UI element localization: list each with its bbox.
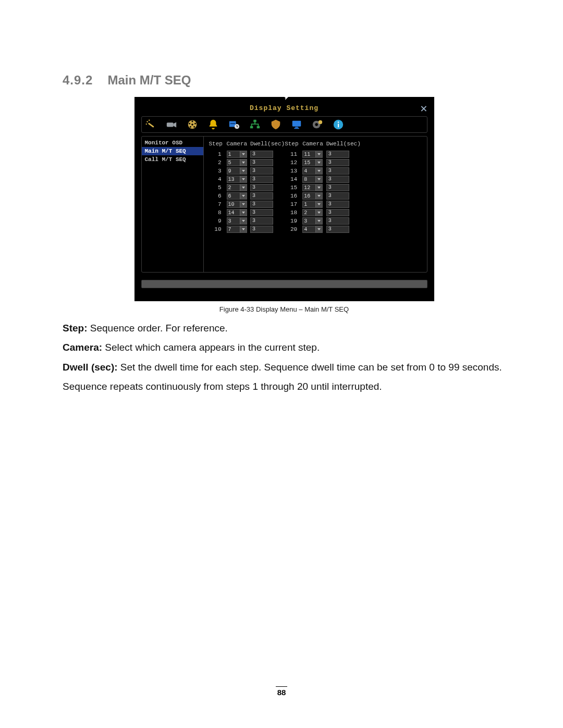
dwell-input[interactable]: 3: [250, 151, 273, 158]
network-icon[interactable]: [249, 119, 261, 130]
step-number: 16: [285, 193, 299, 199]
dwell-input[interactable]: 3: [326, 209, 349, 216]
camera-value: 15: [303, 160, 315, 166]
chevron-down-icon[interactable]: [240, 151, 247, 157]
schedule-icon[interactable]: [228, 119, 240, 130]
dwell-input[interactable]: 3: [326, 201, 349, 208]
svg-rect-14: [230, 123, 235, 124]
dvr-scrollbar[interactable]: [141, 280, 427, 288]
svg-rect-18: [256, 126, 260, 129]
camera-value: 12: [303, 185, 315, 191]
dwell-input[interactable]: 3: [326, 192, 349, 200]
svg-point-2: [145, 124, 146, 125]
dwell-input[interactable]: 3: [326, 151, 349, 158]
close-icon[interactable]: ✕: [420, 102, 427, 116]
chevron-down-icon[interactable]: [315, 226, 322, 232]
dwell-input[interactable]: 3: [250, 201, 273, 208]
chevron-down-icon[interactable]: [315, 201, 322, 207]
reel-icon[interactable]: [187, 119, 198, 130]
dwell-input[interactable]: 3: [326, 159, 349, 166]
camera-value: 2: [227, 185, 240, 191]
chevron-down-icon[interactable]: [315, 209, 322, 216]
sidebar-item-main-mt-seq[interactable]: Main M/T SEQ: [142, 147, 203, 155]
chevron-down-icon[interactable]: [315, 159, 322, 166]
step-number: 20: [285, 226, 299, 232]
camera-select[interactable]: 3: [227, 217, 247, 225]
step-number: 12: [285, 159, 299, 166]
dwell-input[interactable]: 3: [326, 226, 349, 233]
camera-select[interactable]: 10: [227, 201, 247, 208]
dwell-input[interactable]: 3: [250, 192, 273, 200]
chevron-down-icon[interactable]: [315, 176, 322, 182]
dwell-input[interactable]: 3: [250, 167, 273, 175]
camera-select[interactable]: 9: [227, 167, 247, 175]
seq-row: 41331483: [209, 175, 364, 183]
camera-select[interactable]: 12: [302, 184, 323, 191]
dwell-input[interactable]: 3: [326, 217, 349, 225]
chevron-down-icon[interactable]: [315, 151, 322, 157]
chevron-down-icon[interactable]: [315, 218, 322, 224]
chevron-down-icon[interactable]: [315, 168, 322, 174]
camera-select[interactable]: 4: [302, 226, 323, 233]
dwell-input[interactable]: 3: [250, 209, 273, 216]
camera-select[interactable]: 1: [302, 201, 323, 208]
col-dwell2: Dwell(sec): [326, 141, 364, 150]
chevron-down-icon[interactable]: [240, 168, 247, 174]
chevron-down-icon[interactable]: [240, 218, 247, 224]
camera-icon[interactable]: [166, 119, 177, 130]
info-icon[interactable]: [333, 119, 344, 130]
dwell-input[interactable]: 3: [250, 184, 273, 191]
dwell-input[interactable]: 3: [326, 184, 349, 191]
seq-row: 9331933: [209, 217, 364, 225]
dwell-input[interactable]: 3: [326, 167, 349, 175]
dwell-input[interactable]: 3: [250, 217, 273, 225]
step-number: 9: [209, 218, 224, 224]
camera-select[interactable]: 6: [227, 192, 247, 200]
dwell-input[interactable]: 3: [250, 226, 273, 233]
dwell-input[interactable]: 3: [326, 176, 349, 183]
camera-select[interactable]: 4: [302, 167, 323, 175]
chevron-down-icon[interactable]: [240, 176, 247, 182]
alarm-badge-icon[interactable]: [270, 119, 282, 130]
chevron-down-icon[interactable]: [315, 184, 322, 191]
camera-value: 4: [303, 168, 315, 174]
camera-select[interactable]: 13: [227, 176, 247, 183]
dwell-input[interactable]: 3: [250, 159, 273, 166]
camera-select[interactable]: 15: [302, 159, 323, 166]
wand-icon[interactable]: [145, 119, 156, 130]
monitor-icon[interactable]: [291, 119, 302, 130]
camera-select[interactable]: 16: [302, 192, 323, 200]
svg-rect-19: [292, 121, 301, 127]
text-repeat: Sequence repeats continuously from steps…: [63, 381, 382, 392]
chevron-down-icon[interactable]: [240, 159, 247, 166]
sidebar-item-call-mt-seq[interactable]: Call M/T SEQ: [142, 155, 203, 164]
svg-point-27: [337, 121, 339, 123]
camera-select[interactable]: 11: [302, 151, 323, 158]
svg-point-8: [191, 121, 193, 122]
camera-select[interactable]: 1: [227, 151, 247, 158]
settings-icon[interactable]: [312, 119, 323, 130]
chevron-down-icon[interactable]: [240, 184, 247, 191]
camera-select[interactable]: 7: [227, 226, 247, 233]
seq-row: 10732043: [209, 225, 364, 233]
chevron-down-icon[interactable]: [240, 226, 247, 232]
camera-select[interactable]: 14: [227, 209, 247, 216]
camera-select[interactable]: 8: [302, 176, 323, 183]
sidebar-item-monitor-osd[interactable]: Monitor OSD: [142, 139, 203, 147]
page-number: 88: [0, 686, 563, 697]
camera-select[interactable]: 2: [302, 209, 323, 216]
chevron-down-icon[interactable]: [315, 193, 322, 199]
step-number: 6: [209, 193, 224, 199]
chevron-down-icon[interactable]: [240, 193, 247, 199]
bell-icon[interactable]: [207, 119, 219, 130]
dwell-input[interactable]: 3: [250, 176, 273, 183]
camera-select[interactable]: 3: [302, 217, 323, 225]
camera-value: 11: [303, 152, 315, 157]
camera-select[interactable]: 2: [227, 184, 247, 191]
chevron-down-icon[interactable]: [240, 201, 247, 207]
camera-value: 10: [227, 202, 240, 207]
seq-row: 52315123: [209, 183, 364, 192]
svg-point-1: [149, 120, 150, 121]
camera-select[interactable]: 5: [227, 159, 247, 166]
chevron-down-icon[interactable]: [240, 209, 247, 216]
